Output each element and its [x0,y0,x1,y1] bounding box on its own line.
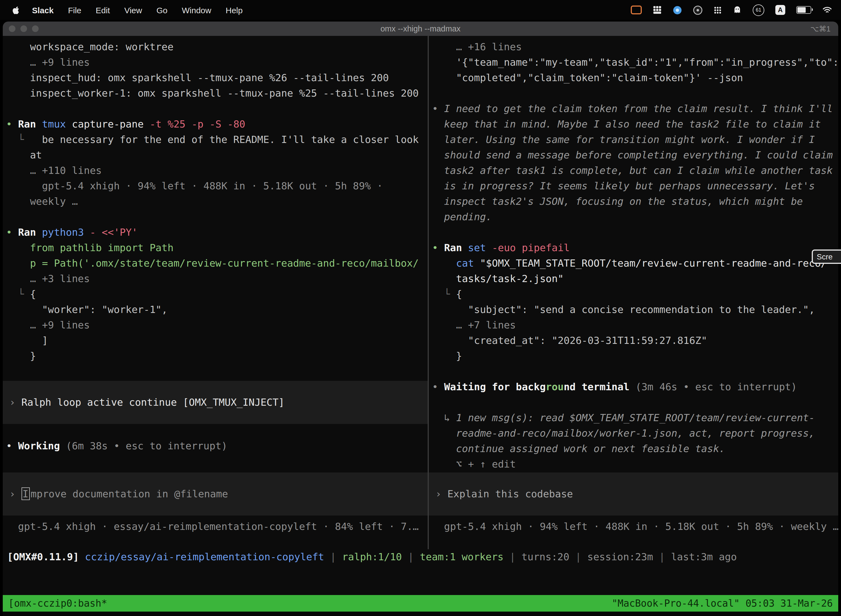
keyboard-grid-icon[interactable] [653,6,662,14]
dots-grid-icon[interactable] [714,6,722,14]
terminal-window: omx --xhigh --madmax ⌥⌘1 workspace_mode:… [3,22,838,616]
wifi-icon[interactable] [822,6,832,14]
tmux-status-bar: [omx-cczip0:bash* "MacBook-Pro-44.local"… [3,595,838,612]
prompt-input-left[interactable]: › Improve documentation in @filename [3,472,428,516]
tmux-host-time: "MacBook-Pro-44.local" 05:03 31-Mar-26 [612,595,833,612]
ralph-loop-banner[interactable]: › Ralph loop active continue [OMX_TMUX_I… [3,381,428,424]
menu-bar-status-icons: 61 A [631,4,832,16]
screen-edge-popup[interactable]: Scre [812,249,841,264]
menu-window[interactable]: Window [182,5,211,15]
menu-bar: Slack File Edit View Go Window Help 61 [0,0,841,20]
below-status-strip [3,612,838,616]
menu-file[interactable]: File [68,5,81,15]
ghost-app-icon[interactable] [733,6,742,14]
screen-recording-icon[interactable] [631,6,642,14]
waiting-block: • Waiting for background terminal (3m 46… [432,364,838,472]
terminal-content: workspace_mode: worktree … +9 lines insp… [3,36,838,549]
app-disc-icon[interactable] [693,5,702,15]
input-source-icon[interactable]: A [775,5,785,15]
macos-desktop: Slack File Edit View Go Window Help 61 [0,0,841,616]
viewport: Slack File Edit View Go Window Help 61 [0,0,841,616]
window-titlebar[interactable]: omx --xhigh --madmax ⌥⌘1 [3,22,838,36]
battery-icon[interactable] [796,6,811,14]
prompt-input-right[interactable]: › Explain this codebase [429,472,838,516]
active-app-menu[interactable]: Slack [32,5,54,15]
apple-menu-icon[interactable] [12,5,20,15]
left-model-status-line: gpt-5.4 xhigh · essay/ai-reimplementatio… [6,519,428,534]
window-shortcut-hint: ⌥⌘1 [810,24,838,33]
window-title: omx --xhigh --madmax [3,24,838,33]
tmux-pane-right[interactable]: … +16 lines '{"team_name":"my-team","tas… [429,36,838,549]
right-model-status-line: gpt-5.4 xhigh · 94% left · 488K in · 5.1… [432,519,838,534]
menu-help[interactable]: Help [226,5,243,15]
menu-view[interactable]: View [124,5,142,15]
terminal-filler [3,565,838,595]
left-scrollback: workspace_mode: worktree … +9 lines insp… [6,39,428,364]
working-status-line: • Working (6m 38s • esc to interrupt) [6,438,428,454]
tmux-session-info: [omx-cczip0:bash* [8,595,107,612]
menu-edit[interactable]: Edit [96,5,110,15]
omx-status-line: [OMX#0.11.9] cczip/essay/ai-reimplementa… [3,549,838,565]
right-scrollback: … +16 lines '{"team_name":"my-team","tas… [432,39,838,364]
tmux-pane-left[interactable]: workspace_mode: worktree … +9 lines insp… [3,36,428,549]
battery-percentage-badge[interactable]: 61 [753,4,764,16]
menu-go[interactable]: Go [157,5,167,15]
app-blue-icon[interactable] [673,5,682,15]
